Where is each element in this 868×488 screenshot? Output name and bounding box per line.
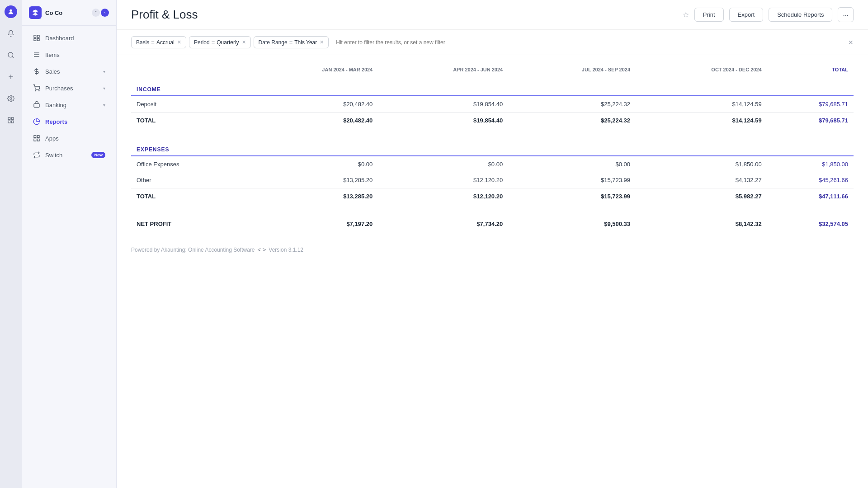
icon-rail — [0, 0, 22, 488]
footer-version: Version 3.1.12 — [269, 247, 303, 253]
chevron-down-icon: ▾ — [103, 103, 105, 108]
page-header: Profit & Loss ☆ Print Export Schedule Re… — [117, 0, 868, 30]
income-total-total: $79,685.71 — [767, 113, 854, 129]
rail-search-icon[interactable] — [5, 49, 17, 61]
sidebar-item-label: Items — [45, 52, 105, 58]
remove-filter-icon[interactable]: ✕ — [320, 39, 324, 45]
footer: Powered by Akaunting: Online Accounting … — [131, 246, 854, 253]
income-label: INCOME — [131, 77, 854, 96]
period-filter-chip[interactable]: Period = Quarterly ✕ — [189, 36, 251, 48]
apps-icon — [33, 134, 41, 142]
reports-icon — [33, 117, 41, 126]
spacer-row — [131, 204, 854, 213]
col-header-total: TOTAL — [767, 62, 854, 77]
income-total-q1: $20,482.40 — [246, 113, 378, 129]
equals-icon: = — [212, 39, 215, 46]
deposit-q2: $19,854.40 — [378, 96, 508, 113]
svg-point-16 — [39, 90, 39, 91]
other-q1: $13,285.20 — [246, 172, 378, 188]
basis-filter-chip[interactable]: Basis = Accrual ✕ — [131, 36, 186, 48]
other-q2: $12,120.20 — [378, 172, 508, 188]
expenses-section-header: EXPENSES — [131, 137, 854, 156]
income-total-q2: $19,854.40 — [378, 113, 508, 129]
profit-loss-table: JAN 2024 - MAR 2024 APR 2024 - JUN 2024 … — [131, 62, 854, 232]
rail-plus-icon[interactable] — [5, 70, 17, 83]
sidebar-item-banking[interactable]: Banking ▾ — [25, 97, 113, 113]
export-button[interactable]: Export — [729, 8, 764, 22]
deposit-q1: $20,482.40 — [246, 96, 378, 113]
net-profit-q3: $9,500.33 — [508, 213, 636, 232]
expenses-total-q1: $13,285.20 — [246, 188, 378, 205]
schedule-reports-button[interactable]: Schedule Reports — [769, 8, 832, 22]
office-expenses-q1: $0.00 — [246, 156, 378, 172]
net-profit-q4: $8,142.32 — [636, 213, 767, 232]
filter-value: Quarterly — [217, 39, 239, 46]
expenses-total-q4: $5,982.27 — [636, 188, 767, 205]
sidebar-item-apps[interactable]: Apps — [25, 130, 113, 146]
income-total-label: TOTAL — [131, 113, 246, 129]
office-expenses-q2: $0.00 — [378, 156, 508, 172]
deposit-label: Deposit — [131, 96, 246, 113]
favorite-star-icon[interactable]: ☆ — [683, 10, 689, 19]
sidebar-header: Co Co ⌃ ‹ — [22, 0, 116, 26]
sidebar-item-reports[interactable]: Reports — [25, 113, 113, 130]
table-row: Deposit $20,482.40 $19,854.40 $25,224.32… — [131, 96, 854, 113]
other-q4: $4,132.27 — [636, 172, 767, 188]
chevron-up-icon[interactable]: ⌃ — [92, 9, 100, 17]
sidebar-item-label: Switch — [45, 152, 87, 159]
close-filter-icon[interactable]: ✕ — [848, 39, 854, 46]
report-content: JAN 2024 - MAR 2024 APR 2024 - JUN 2024 … — [117, 55, 868, 488]
code-icon: < > — [258, 246, 266, 253]
svg-point-0 — [9, 9, 12, 12]
print-button[interactable]: Print — [694, 8, 724, 22]
sidebar-item-switch[interactable]: Switch New — [25, 147, 113, 163]
remove-filter-icon[interactable]: ✕ — [242, 39, 246, 45]
more-options-button[interactable]: ··· — [838, 7, 854, 22]
sales-icon — [33, 67, 41, 75]
sidebar-nav: Dashboard Items Sales ▾ Purchases ▾ — [22, 26, 116, 488]
other-label: Other — [131, 172, 246, 188]
expenses-total-label: TOTAL — [131, 188, 246, 205]
equals-icon: = — [289, 39, 293, 46]
banking-icon — [33, 101, 41, 109]
filter-input[interactable] — [331, 37, 854, 48]
rail-user-icon[interactable] — [5, 5, 17, 18]
expenses-total-row: TOTAL $13,285.20 $12,120.20 $15,723.99 $… — [131, 188, 854, 205]
filter-value: Accrual — [156, 39, 175, 46]
svg-rect-6 — [11, 121, 14, 123]
remove-filter-icon[interactable]: ✕ — [177, 39, 181, 45]
sidebar-item-label: Sales — [45, 68, 99, 75]
purchases-icon — [33, 84, 41, 92]
sidebar-item-label: Reports — [45, 118, 105, 125]
table-header-row: JAN 2024 - MAR 2024 APR 2024 - JUN 2024 … — [131, 62, 854, 77]
income-total-row: TOTAL $20,482.40 $19,854.40 $25,224.32 $… — [131, 113, 854, 129]
svg-point-2 — [10, 98, 12, 99]
deposit-q4: $14,124.59 — [636, 96, 767, 113]
sidebar-item-items[interactable]: Items — [25, 47, 113, 63]
date-range-filter-chip[interactable]: Date Range = This Year ✕ — [254, 36, 329, 48]
sidebar-item-label: Apps — [45, 135, 105, 142]
svg-point-1 — [8, 52, 13, 57]
net-profit-label: NET PROFIT — [131, 213, 246, 232]
filter-key: Date Range — [259, 39, 288, 46]
switch-icon — [33, 151, 41, 159]
chevron-back-icon[interactable]: ‹ — [101, 9, 109, 17]
expenses-total-q2: $12,120.20 — [378, 188, 508, 205]
dashboard-icon — [33, 34, 41, 42]
rail-grid-icon[interactable] — [5, 114, 17, 127]
sidebar-item-sales[interactable]: Sales ▾ — [25, 63, 113, 80]
sidebar-item-purchases[interactable]: Purchases ▾ — [25, 80, 113, 96]
svg-rect-3 — [8, 117, 10, 120]
col-header-q4: OCT 2024 - DEC 2024 — [636, 62, 767, 77]
company-switcher[interactable]: ⌃ ‹ — [92, 9, 109, 17]
spacer-row — [131, 128, 854, 137]
items-icon — [33, 51, 41, 59]
svg-rect-17 — [34, 103, 39, 107]
svg-rect-4 — [11, 117, 14, 120]
col-header-q1: JAN 2024 - MAR 2024 — [246, 62, 378, 77]
filter-bar: Basis = Accrual ✕ Period = Quarterly ✕ D… — [117, 30, 868, 55]
rail-bell-icon[interactable] — [5, 27, 17, 40]
sidebar-item-dashboard[interactable]: Dashboard — [25, 30, 113, 46]
app-logo — [29, 6, 42, 19]
rail-gear-icon[interactable] — [5, 92, 17, 105]
